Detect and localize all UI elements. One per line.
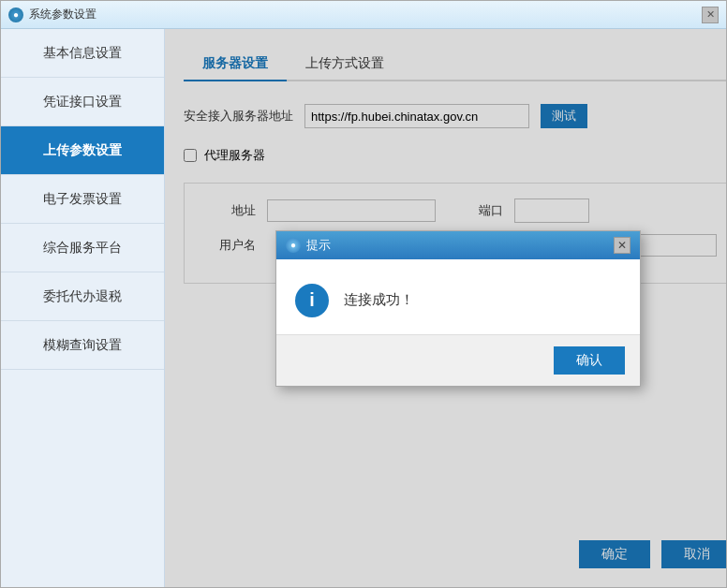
modal-title-icon: ● [286,238,301,253]
sidebar-item-invoice[interactable]: 电子发票设置 [1,175,164,224]
content-area: 服务器设置 上传方式设置 安全接入服务器地址 测试 代理服务器 地址 [165,29,726,587]
window-close-button[interactable]: ✕ [702,7,719,23]
modal-message: 连接成功！ [344,291,414,309]
title-bar: ● 系统参数设置 ✕ [1,1,726,29]
sidebar-item-upload-params[interactable]: 上传参数设置 [1,126,164,175]
info-icon: i [295,284,329,317]
sidebar-item-credentials[interactable]: 凭证接口设置 [1,78,164,126]
modal-titlebar-left: ● 提示 [286,237,331,254]
sidebar-item-tax-refund[interactable]: 委托代办退税 [1,272,164,321]
window-icon: ● [8,7,23,22]
window-title: 系统参数设置 [29,7,96,22]
modal-titlebar: ● 提示 ✕ [276,231,640,259]
main-content: 基本信息设置 凭证接口设置 上传参数设置 电子发票设置 综合服务平台 委托代办退… [1,29,726,587]
modal-confirm-button[interactable]: 确认 [554,346,625,375]
modal-title: 提示 [306,237,331,254]
main-window: ● 系统参数设置 ✕ 基本信息设置 凭证接口设置 上传参数设置 电子发票设置 综… [0,0,727,588]
modal-dialog: ● 提示 ✕ i 连接成功！ 确认 [275,230,641,387]
sidebar: 基本信息设置 凭证接口设置 上传参数设置 电子发票设置 综合服务平台 委托代办退… [1,29,165,587]
modal-overlay: ● 提示 ✕ i 连接成功！ 确认 [165,29,726,587]
sidebar-item-fuzzy-query[interactable]: 模糊查询设置 [1,321,164,370]
modal-footer: 确认 [276,334,640,386]
title-bar-left: ● 系统参数设置 [8,7,96,22]
modal-close-button[interactable]: ✕ [614,237,631,254]
sidebar-item-basic-info[interactable]: 基本信息设置 [1,29,164,78]
modal-body: i 连接成功！ [276,259,640,334]
sidebar-item-service-platform[interactable]: 综合服务平台 [1,224,164,272]
